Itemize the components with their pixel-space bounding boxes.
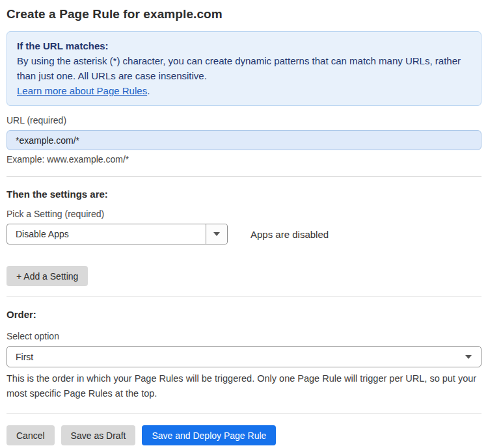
setting-select-value: Disable Apps — [7, 224, 206, 244]
add-setting-button[interactable]: + Add a Setting — [7, 266, 88, 286]
order-help-text: This is the order in which your Page Rul… — [7, 371, 481, 401]
setting-select-arrow-button[interactable] — [206, 224, 227, 244]
url-field-label: URL (required) — [7, 115, 481, 125]
url-match-info-box: If the URL matches: By using the asteris… — [7, 31, 481, 106]
order-select[interactable]: First — [7, 346, 481, 367]
save-and-deploy-button[interactable]: Save and Deploy Page Rule — [142, 425, 276, 445]
footer-actions: Cancel Save as Draft Save and Deploy Pag… — [7, 425, 481, 445]
page-rule-dialog: Create a Page Rule for example.com If th… — [0, 0, 488, 445]
chevron-down-icon — [213, 232, 220, 236]
settings-section-heading: Then the settings are: — [7, 189, 481, 200]
divider — [7, 413, 481, 414]
info-box-heading: If the URL matches: — [17, 38, 471, 53]
link-period: . — [147, 85, 150, 96]
setting-picker-label: Pick a Setting (required) — [7, 209, 481, 219]
order-section-heading: Order: — [7, 309, 481, 320]
divider — [7, 176, 481, 177]
chevron-down-icon — [465, 355, 472, 359]
info-box-body: By using the asterisk (*) character, you… — [17, 53, 471, 83]
page-title: Create a Page Rule for example.com — [7, 7, 481, 21]
cancel-button[interactable]: Cancel — [7, 425, 55, 445]
setting-select[interactable]: Disable Apps — [7, 224, 228, 244]
url-example-text: Example: www.example.com/* — [7, 154, 481, 165]
setting-status-text: Apps are disabled — [251, 229, 329, 240]
url-input[interactable] — [7, 130, 481, 150]
setting-row: Disable Apps Apps are disabled — [7, 224, 481, 244]
order-select-value: First — [16, 352, 33, 362]
order-select-label: Select option — [7, 331, 481, 341]
divider — [7, 296, 481, 297]
info-box-link-line: Learn more about Page Rules. — [17, 83, 471, 98]
learn-more-link[interactable]: Learn more about Page Rules — [17, 85, 147, 96]
save-as-draft-button[interactable]: Save as Draft — [61, 425, 136, 445]
